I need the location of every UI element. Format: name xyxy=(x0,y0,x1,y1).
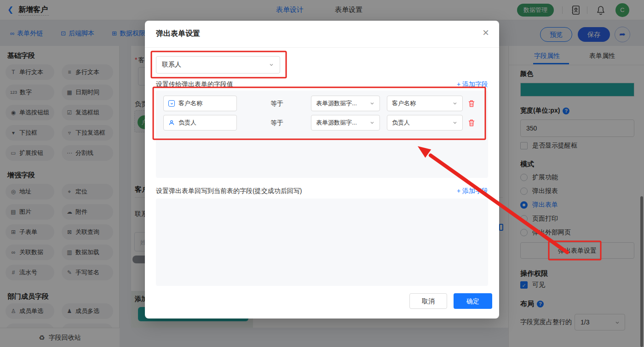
cancel-button[interactable]: 取消 xyxy=(409,293,447,309)
source-field-select[interactable]: 负责人 xyxy=(387,115,463,131)
person-field-icon xyxy=(168,119,175,126)
writeback-fields-panel xyxy=(156,199,488,286)
dropdown-field-icon xyxy=(168,100,175,107)
source-type-select[interactable]: 表单源数据字... xyxy=(311,115,380,131)
trash-icon[interactable] xyxy=(467,99,476,108)
trash-icon[interactable] xyxy=(467,118,476,127)
popup-form-settings-modal: 弹出表单设置 × 联系人 设置传给弹出表单的字段值 + 添加字段 客户名称 等于… xyxy=(145,21,499,319)
equals-label: 等于 xyxy=(270,115,283,131)
close-icon[interactable]: × xyxy=(479,26,493,39)
writeback-section-label: 设置弹出表单回写到当前表的字段(提交成功后回写) xyxy=(156,187,302,195)
field-box-customer-name[interactable]: 客户名称 xyxy=(163,96,237,111)
source-type-select[interactable]: 表单源数据字... xyxy=(311,96,380,111)
divider xyxy=(145,47,499,48)
pass-section-label: 设置传给弹出表单的字段值 xyxy=(156,80,233,89)
confirm-button[interactable]: 确定 xyxy=(454,293,492,309)
add-field-link[interactable]: + 添加字段 xyxy=(457,187,488,195)
equals-label: 等于 xyxy=(270,96,283,111)
app-root: ❮ 新增客户 表单设计 表单设置 数据管理 C ∞表单外链 ⊡后端脚本 ⊞数据权… xyxy=(0,0,644,347)
source-field-select[interactable]: 客户名称 xyxy=(387,96,463,111)
add-field-link[interactable]: + 添加字段 xyxy=(457,80,488,89)
target-form-select[interactable]: 联系人 xyxy=(156,56,280,74)
modal-title: 弹出表单设置 xyxy=(156,29,200,39)
field-box-owner[interactable]: 负责人 xyxy=(163,115,237,131)
